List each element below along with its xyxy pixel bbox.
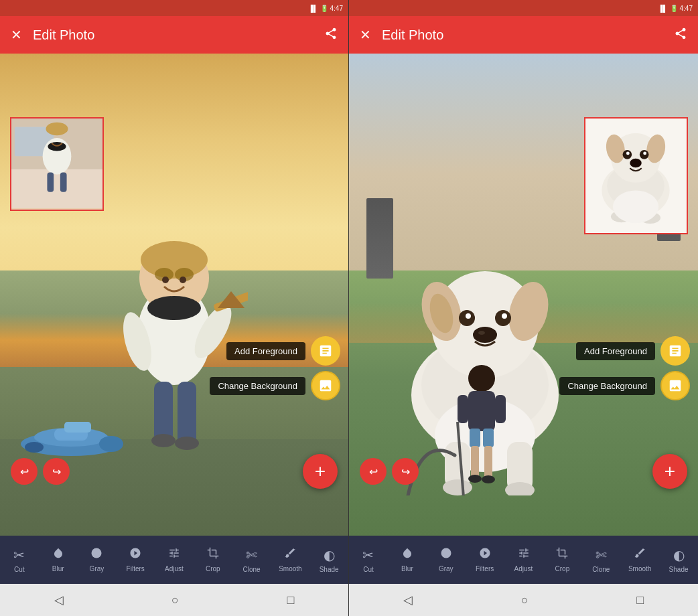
shade-icon-right: ◐ — [673, 547, 685, 563]
change-background-btn-right[interactable] — [660, 371, 690, 400]
svg-rect-8 — [154, 382, 173, 442]
home-btn-left[interactable]: ○ — [171, 593, 179, 607]
tree-branches — [356, 174, 403, 241]
tool-gray-right[interactable]: Gray — [427, 543, 466, 576]
right-panel: ▐▌ 🔋 4:47 ✕ Edit Photo — [349, 0, 698, 616]
share-btn-right[interactable] — [674, 27, 687, 44]
tool-adjust-left[interactable]: Adjust — [155, 543, 194, 576]
tool-cut-left[interactable]: ✂ Cut — [0, 543, 39, 577]
svg-point-74 — [441, 548, 451, 558]
add-btn-left[interactable]: + — [303, 454, 338, 489]
tool-adjust-right[interactable]: Adjust — [504, 543, 543, 576]
gray-icon-right — [440, 547, 452, 562]
shade-label-right: Shade — [669, 566, 689, 573]
filters-icon-right — [479, 547, 491, 562]
undo-btn-right[interactable]: ↩ — [360, 458, 387, 485]
share-btn-left[interactable] — [324, 27, 338, 44]
thumbnail-left — [10, 117, 104, 211]
signal-icon-right: ▐▌ — [658, 5, 667, 12]
nav-bar-right: ◁ ○ □ — [349, 584, 698, 616]
action-buttons-right: Add Foreground Change Background — [559, 336, 690, 400]
tool-crop-left[interactable]: Crop — [194, 543, 232, 576]
shade-label-left: Shade — [320, 566, 339, 573]
bottom-actions-left: ↩ ↪ + — [0, 454, 348, 489]
svg-point-10 — [151, 434, 176, 447]
tool-gray-left[interactable]: Gray — [78, 543, 117, 576]
gray-icon-left — [90, 547, 102, 562]
change-background-label-left[interactable]: Change Background — [210, 377, 305, 395]
tool-clone-right[interactable]: ✄ Clone — [581, 543, 620, 577]
battery-icon-left: 🔋 — [320, 5, 328, 12]
add-foreground-row-left: Add Foreground — [226, 336, 340, 366]
tool-clone-left[interactable]: ✄ Clone — [232, 543, 271, 577]
recent-btn-left[interactable]: □ — [287, 593, 294, 607]
add-foreground-btn-left[interactable] — [311, 336, 340, 366]
add-btn-right[interactable]: + — [652, 454, 687, 489]
clone-icon-left: ✄ — [246, 547, 257, 563]
close-btn-right[interactable]: ✕ — [360, 27, 371, 43]
signal-icon-left: ▐▌ — [308, 5, 318, 12]
svg-point-70 — [630, 159, 642, 168]
svg-point-15 — [180, 277, 186, 283]
add-foreground-row-right: Add Foreground — [576, 336, 690, 366]
change-background-row-right: Change Background — [559, 371, 690, 400]
blur-label-right: Blur — [401, 565, 413, 572]
crop-label-left: Crop — [206, 565, 220, 572]
tool-crop-right[interactable]: Crop — [543, 543, 581, 576]
home-btn-right[interactable]: ○ — [521, 593, 529, 607]
redo-btn-right[interactable]: ↪ — [392, 458, 419, 485]
toolbar-title-left: Edit Photo — [33, 27, 313, 43]
tool-smooth-right[interactable]: Smooth — [620, 543, 659, 576]
svg-rect-30 — [60, 173, 67, 192]
time-right: 4:47 — [680, 5, 693, 12]
tool-shade-right[interactable]: ◐ Shade — [659, 543, 698, 577]
blur-icon-right — [401, 547, 413, 562]
back-btn-right[interactable]: ◁ — [403, 593, 413, 607]
svg-point-43 — [478, 331, 485, 335]
add-foreground-btn-right[interactable] — [660, 336, 690, 366]
svg-rect-57 — [458, 395, 468, 423]
tool-filters-left[interactable]: Filters — [116, 543, 155, 576]
recent-btn-right[interactable]: □ — [636, 593, 644, 607]
svg-point-2 — [141, 241, 208, 279]
battery-icon-right: 🔋 — [670, 5, 678, 12]
smooth-icon-left — [284, 547, 296, 562]
svg-point-41 — [502, 313, 507, 319]
blur-label-left: Blur — [52, 565, 64, 572]
crop-icon-left — [207, 547, 219, 562]
tool-blur-right[interactable]: Blur — [388, 543, 427, 576]
crop-icon-right — [556, 547, 568, 562]
svg-point-20 — [25, 442, 44, 453]
time-left: 4:47 — [330, 5, 343, 12]
svg-rect-21 — [64, 422, 91, 433]
svg-point-31 — [92, 548, 102, 558]
tool-filters-right[interactable]: Filters — [466, 543, 504, 576]
bottom-toolbar-right: ✂ Cut Blur Gray Filters Adjust — [349, 536, 698, 584]
change-background-row-left: Change Background — [210, 371, 340, 400]
tool-cut-right[interactable]: ✂ Cut — [349, 543, 388, 577]
redo-btn-left[interactable]: ↪ — [43, 458, 70, 485]
add-foreground-label-right[interactable]: Add Foreground — [576, 342, 655, 360]
svg-point-73 — [613, 190, 658, 223]
tool-blur-left[interactable]: Blur — [39, 543, 78, 576]
adjust-icon-right — [518, 547, 530, 562]
svg-rect-58 — [495, 395, 506, 423]
svg-point-11 — [175, 437, 199, 450]
filters-label-right: Filters — [476, 565, 494, 572]
cut-icon-right: ✂ — [362, 547, 374, 563]
add-foreground-label-left[interactable]: Add Foreground — [226, 342, 305, 360]
change-background-btn-left[interactable] — [311, 371, 340, 400]
svg-point-69 — [643, 151, 646, 155]
change-background-label-right[interactable]: Change Background — [559, 377, 655, 395]
svg-rect-50 — [468, 391, 495, 431]
tool-shade-left[interactable]: ◐ Shade — [309, 543, 348, 577]
blur-icon-left — [52, 547, 64, 562]
smooth-label-right: Smooth — [628, 565, 651, 572]
tool-smooth-left[interactable]: Smooth — [271, 543, 309, 576]
svg-point-40 — [466, 313, 471, 319]
close-btn-left[interactable]: ✕ — [11, 27, 22, 43]
back-btn-left[interactable]: ◁ — [54, 593, 64, 607]
undo-btn-left[interactable]: ↩ — [11, 458, 38, 485]
adjust-label-right: Adjust — [514, 565, 533, 572]
toolbar-title-right: Edit Photo — [382, 27, 663, 43]
